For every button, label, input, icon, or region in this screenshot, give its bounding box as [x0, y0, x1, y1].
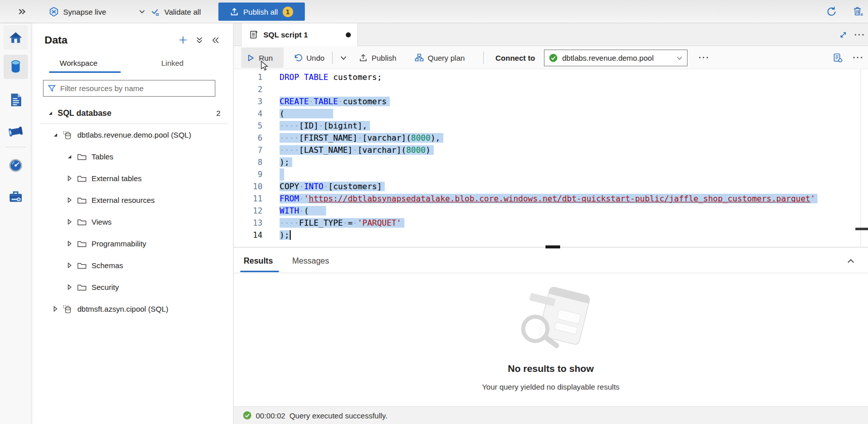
- tab-sql-script-1[interactable]: SQL script 1: [241, 23, 358, 46]
- tree-item-label: dbtlabs.revenue.demo.pool (SQL): [77, 131, 191, 139]
- play-icon: [246, 54, 255, 62]
- toolbar-overflow-button[interactable]: ···: [848, 48, 868, 68]
- publish-all-label: Publish all: [243, 8, 278, 16]
- twisty-collapsed-icon[interactable]: [66, 262, 73, 269]
- panel-title: Data: [44, 34, 68, 46]
- code-line-text: ····[FIRST_NAME]·[varchar](8000),: [280, 132, 443, 144]
- sql-code-editor[interactable]: 1DROP TABLE customers;23CREATE·TABLE·cus…: [234, 69, 868, 247]
- tab-workspace[interactable]: Workspace: [60, 56, 98, 70]
- success-check-icon: [243, 411, 252, 420]
- publish-all-button[interactable]: Publish all 1: [218, 3, 305, 21]
- validate-all-button[interactable]: Validate all: [151, 0, 201, 23]
- add-resource-button[interactable]: [177, 34, 189, 46]
- mode-selector[interactable]: Synapse live: [49, 0, 146, 23]
- collapse-all-button[interactable]: [193, 34, 205, 46]
- more-icon: ···: [853, 53, 864, 62]
- tree-item-tables[interactable]: Tables: [31, 146, 234, 167]
- database-icon: [9, 59, 23, 74]
- refresh-button[interactable]: [826, 0, 838, 23]
- tree-item-security[interactable]: Security: [31, 276, 234, 298]
- query-plan-button[interactable]: Query plan: [409, 48, 470, 68]
- tree-item-dbtmsft-azsyn-cipool-sql[interactable]: dbtmsft.azsyn.cipool (SQL): [31, 298, 234, 320]
- discard-button[interactable]: [852, 0, 864, 23]
- tree-item-label: Programmability: [92, 239, 146, 248]
- twisty-collapsed-icon[interactable]: [66, 196, 73, 204]
- nav-manage[interactable]: [4, 185, 28, 209]
- twisty-collapsed-icon[interactable]: [66, 175, 73, 182]
- nav-monitor[interactable]: [4, 153, 28, 178]
- tree-item-sql-database[interactable]: SQL database2: [31, 102, 234, 124]
- code-line-14[interactable]: 14);: [234, 229, 868, 241]
- line-number: 11: [234, 193, 262, 205]
- tab-results[interactable]: Results: [244, 248, 273, 273]
- code-line-9[interactable]: 9: [234, 168, 868, 181]
- tree-item-external-resources[interactable]: External resources: [31, 189, 234, 211]
- code-line-10[interactable]: 10COPY·INTO·[customers]: [234, 181, 868, 193]
- twisty-expanded-icon[interactable]: [47, 109, 54, 117]
- tree-item-schemas[interactable]: Schemas: [31, 255, 234, 276]
- tab-more-button[interactable]: ···: [854, 23, 865, 46]
- results-empty-state: No results to show Your query yielded no…: [234, 273, 868, 406]
- code-line-11[interactable]: 11FROM·'https://dbtlabsynapsedatalake.bl…: [234, 193, 868, 205]
- tree-item-external-tables[interactable]: External tables: [31, 167, 234, 189]
- code-line-7[interactable]: 7····[LAST_NAME]·[varchar](8000): [234, 144, 868, 156]
- publish-count-badge: 1: [283, 7, 293, 17]
- status-message: Query executed successfully.: [289, 411, 387, 420]
- line-number: 6: [234, 132, 262, 144]
- collapse-results-button[interactable]: [846, 248, 855, 273]
- code-line-12[interactable]: 12WITH·(: [234, 205, 868, 217]
- run-options-chevron[interactable]: [335, 48, 352, 68]
- more-icon: ···: [854, 30, 865, 39]
- nav-integrate[interactable]: [4, 119, 28, 144]
- twisty-collapsed-icon[interactable]: [66, 218, 73, 226]
- undo-button[interactable]: Undo: [288, 48, 330, 68]
- code-line-text: FROM·'https://dbtlabsynapsedatalake.blob…: [280, 193, 817, 205]
- code-line-3[interactable]: 3CREATE·TABLE·customers: [234, 96, 868, 108]
- code-line-2[interactable]: 2: [234, 83, 868, 96]
- code-line-4[interactable]: 4(: [234, 108, 868, 120]
- nav-develop[interactable]: [4, 88, 28, 112]
- nav-data[interactable]: [4, 55, 28, 79]
- code-line-13[interactable]: 13····FILE_TYPE·=·'PARQUET': [234, 217, 868, 229]
- tab-title: SQL script 1: [263, 30, 308, 39]
- tree-item-views[interactable]: Views: [31, 211, 234, 233]
- mouse-cursor: [261, 61, 269, 74]
- tree-item-dbtlabs-revenue-demo-pool-sql[interactable]: dbtlabs.revenue.demo.pool (SQL): [31, 124, 234, 146]
- code-line-6[interactable]: 6····[FIRST_NAME]·[varchar](8000),: [234, 132, 868, 144]
- expand-icon: [839, 30, 848, 39]
- sql-pool-icon: [63, 305, 73, 314]
- publish-button[interactable]: Publish: [354, 48, 401, 68]
- validate-all-label: Validate all: [164, 8, 201, 16]
- tree-item-programmability[interactable]: Programmability: [31, 233, 234, 255]
- twisty-collapsed-icon[interactable]: [66, 240, 73, 247]
- editor-tab-strip: SQL script 1 ···: [234, 23, 868, 46]
- line-number: 5: [234, 120, 262, 132]
- collapse-panel-button[interactable]: [209, 34, 221, 46]
- pool-value: dbtlabs.revenue.demo.pool: [562, 54, 672, 62]
- connect-pool-dropdown[interactable]: dbtlabs.revenue.demo.pool: [544, 50, 688, 66]
- editor-overview-ruler[interactable]: [860, 69, 868, 247]
- expand-rail-button[interactable]: [17, 0, 26, 23]
- code-line-8[interactable]: 8);: [234, 156, 868, 168]
- nav-home[interactable]: [4, 25, 28, 50]
- line-number: 13: [234, 217, 262, 229]
- code-line-1[interactable]: 1DROP TABLE customers;: [234, 71, 868, 83]
- toolbar-more-button[interactable]: ···: [694, 48, 715, 68]
- no-results-title: No results to show: [234, 363, 868, 374]
- expand-editor-button[interactable]: [839, 23, 848, 46]
- code-line-5[interactable]: 5····[ID]·[bigint],: [234, 120, 868, 132]
- script-settings-button[interactable]: [828, 48, 848, 68]
- twisty-expanded-icon[interactable]: [52, 131, 59, 139]
- code-line-text: CREATE·TABLE·customers: [280, 96, 390, 108]
- tab-linked[interactable]: Linked: [161, 56, 184, 70]
- tree-item-count: 2: [216, 109, 220, 117]
- twisty-collapsed-icon[interactable]: [52, 305, 59, 313]
- script-settings-icon: [833, 53, 843, 63]
- tab-messages[interactable]: Messages: [292, 248, 329, 273]
- tab-workspace-label: Workspace: [60, 59, 98, 67]
- folder-icon: [77, 218, 87, 227]
- twisty-expanded-icon[interactable]: [66, 153, 73, 160]
- filter-input[interactable]: [60, 84, 202, 93]
- filter-box[interactable]: [43, 80, 215, 97]
- twisty-collapsed-icon[interactable]: [66, 283, 73, 291]
